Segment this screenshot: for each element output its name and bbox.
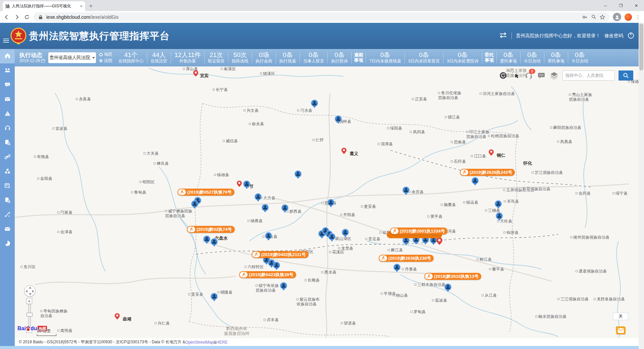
case-label[interactable]: (2019)黔0423执恢39号 [239,271,296,278]
select-cursor-icon[interactable] [512,71,520,80]
person-marker[interactable] [328,233,336,243]
person-marker[interactable] [254,193,262,203]
logout-power-icon[interactable] [627,32,635,40]
case-label[interactable]: (2019)黔0527执恢70号 [177,189,234,196]
layers-icon[interactable] [550,71,558,80]
sidebar-item-home[interactable] [0,49,15,63]
sidebar-item-alerts[interactable] [0,107,15,121]
person-marker[interactable] [327,199,335,209]
search-input[interactable] [562,70,615,81]
sidebar-item-statistics[interactable] [0,237,15,251]
person-marker[interactable] [273,261,280,272]
osm-link[interactable]: OpenStreetMap [185,340,214,345]
stat-item[interactable]: 41个在线指挥中心 [115,51,147,64]
person-marker[interactable] [471,177,479,187]
extension-icon[interactable] [625,13,632,21]
close-panel-button[interactable]: 关 [613,313,628,320]
maximize-icon[interactable]: ❐ [613,0,629,11]
sidebar-item-mail[interactable] [0,92,15,107]
chat-bubble-icon[interactable] [537,71,546,80]
stat-item[interactable]: 0条3日内未回复留言 [405,51,443,64]
court-selector-dropdown[interactable]: 贵州省高级人民法院 [48,52,96,63]
back-icon[interactable] [3,14,10,20]
radio-court[interactable]: 法院 [99,58,112,64]
city-marker[interactable] [193,70,198,78]
avatar[interactable] [613,13,621,21]
person-marker[interactable] [311,99,318,110]
map-pan-control[interactable] [24,285,36,297]
scrollbar-thumb[interactable] [639,23,643,70]
city-marker[interactable] [237,181,242,188]
message-envelope-button[interactable] [616,327,626,334]
stat-item[interactable]: 0场执行会商 [252,51,276,64]
search-button[interactable] [619,70,633,81]
case-label[interactable]: (2019)黔2601执1334号 [390,228,447,235]
case-label[interactable]: (2019)黔02执74号 [187,226,235,233]
close-window-icon[interactable]: ✕ [629,0,644,11]
calendar-icon[interactable] [41,59,45,63]
person-marker[interactable] [444,283,452,294]
person-marker[interactable] [402,186,410,197]
url-bar[interactable]: iexe.shgbitcloud.com/iexe/a/oldGis [34,12,609,22]
stat-item[interactable]: 0条执行线索 [276,51,300,64]
sidebar-item-doc-review[interactable] [0,193,15,208]
city-marker[interactable] [115,313,120,321]
stat-item[interactable]: 0条今日办结 [521,51,544,64]
sidebar-item-case-search[interactable] [0,136,15,150]
person-marker[interactable] [265,232,272,242]
stat-item[interactable]: 0条7日内未核查线索 [366,51,404,64]
page-scrollbar[interactable] [639,23,644,349]
alert-marker[interactable] [436,237,442,246]
here-link[interactable]: HERE [216,340,227,345]
new-tab-button[interactable]: + [89,3,93,9]
bookmark-star-icon[interactable] [599,14,605,20]
stat-item[interactable]: 21次取证留痕 [205,51,228,64]
hamburger-menu-icon[interactable] [3,38,9,44]
map-canvas[interactable]: 8 + − Bai du 地图 25 公里 关 宜宾毕节遵义铜仁怀化曲靖桂林六盘… [15,66,639,338]
stat-item[interactable]: 50次指挥连线 [228,51,252,64]
switch-view-icon[interactable] [499,32,507,40]
zoom-in-button[interactable]: + [26,298,32,304]
browser-tab[interactable]: 法 人民法院执行指挥——GIS可视化 × [3,1,85,11]
sidebar-item-mail-2[interactable] [0,222,15,237]
person-marker[interactable] [191,200,199,210]
person-marker[interactable] [210,293,218,303]
stat-item[interactable]: 44人在线法官 [147,51,171,64]
person-marker[interactable] [203,235,211,246]
zoom-handle[interactable] [26,313,33,316]
person-marker[interactable] [334,115,342,126]
zoom-icon[interactable] [591,14,597,20]
sidebar-item-service[interactable] [0,121,15,136]
refresh-icon[interactable] [23,14,30,20]
stat-item[interactable]: 12人11件外勤办案 [171,51,204,64]
minimize-icon[interactable]: ─ [598,0,613,11]
case-label[interactable]: (2019)黔0402执2111号 [252,251,309,258]
sidebar-item-messages[interactable] [0,78,15,92]
radio-region-dot[interactable] [99,53,103,56]
sidebar-item-route[interactable] [0,208,15,222]
locate-refresh-icon[interactable] [499,71,507,80]
sidebar-item-personnel[interactable] [0,63,15,78]
person-marker[interactable] [294,170,302,181]
stat-item[interactable]: 0条3日内未处置投诉 [443,51,482,64]
person-marker[interactable] [393,263,401,274]
person-marker[interactable] [495,212,503,222]
city-marker[interactable] [341,148,346,155]
case-label[interactable]: (2019)黔2626执243号 [460,169,515,176]
support-headset-icon[interactable]: 8 [524,71,533,80]
sidebar-item-assets[interactable] [0,164,15,179]
case-label[interactable]: (2019)黔2636执238号 [379,255,434,262]
tab-close-icon[interactable]: × [80,4,83,9]
person-marker[interactable] [243,180,251,191]
person-marker[interactable] [210,238,218,248]
person-marker[interactable] [261,204,269,214]
forward-icon[interactable] [13,14,20,20]
radio-region[interactable]: 地区 [99,51,112,58]
person-marker[interactable] [280,282,287,292]
password-key-icon[interactable] [582,14,588,20]
person-marker[interactable] [341,229,349,239]
person-marker[interactable] [494,200,502,210]
stat-item[interactable]: 0条委托事项 [497,51,520,64]
browser-menu-icon[interactable]: ⋮ [635,14,641,20]
sidebar-item-schedule[interactable] [0,179,15,193]
